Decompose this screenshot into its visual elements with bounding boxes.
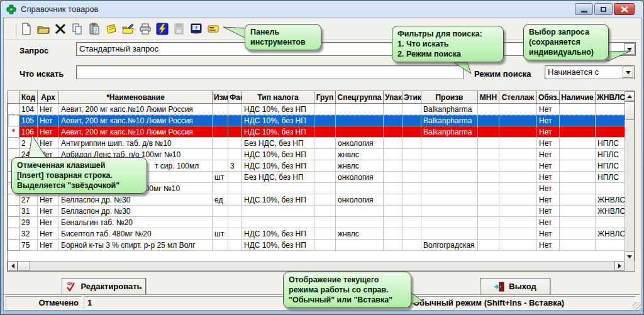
cell-zh[interactable]: ЖНВЛС [596,206,626,217]
table-row[interactable]: 105НетАевит, 200 мг капс.№10 Люми Россия… [8,115,626,126]
cell-izm[interactable] [213,149,228,160]
table-row[interactable]: 29НетБенальгин таб. №20Нет [8,217,626,228]
cell-nal[interactable] [560,138,596,149]
cell-etik[interactable] [402,194,421,206]
paste-icon[interactable] [87,22,101,36]
row-marker-cell[interactable]: * [8,126,19,138]
cell-fas[interactable] [228,240,242,251]
cell-fas[interactable] [228,126,242,138]
cell-name[interactable]: Бисептол таб. 480мг №20 [59,228,213,240]
cell-mnn[interactable] [478,194,499,206]
cell-pro[interactable] [421,149,478,160]
cell-ob[interactable]: Нет [537,126,560,138]
save-disabled-icon[interactable] [172,22,186,36]
cell-tax[interactable] [242,217,314,228]
cell-code[interactable]: 31 [19,206,38,217]
cell-name[interactable]: Аевит, 200 мг капс.№10 Люми Россия [59,104,213,115]
exit-button[interactable]: Выход [480,278,550,295]
cell-code[interactable]: 104 [19,104,38,115]
row-marker-cell[interactable] [8,138,19,149]
cell-zh[interactable] [596,104,626,115]
cell-fas[interactable] [228,194,242,206]
cell-ob[interactable]: Нет [537,138,560,149]
cell-zh[interactable]: ЖНВЛС [596,228,626,240]
resize-grip[interactable] [633,302,641,310]
cell-name[interactable]: Антигриппин шип. таб. д/в №10 [59,138,213,149]
cell-spec[interactable]: жнвлс [336,149,384,160]
cell-fas[interactable] [228,149,242,160]
cell-ob[interactable]: Нет [537,240,560,251]
cell-ob[interactable]: Нет [537,194,560,206]
cell-izm[interactable]: шт [213,172,228,183]
cell-tax[interactable]: НДС 10%, без НП [242,194,314,206]
cell-arch[interactable]: Нет [38,228,59,240]
cell-nal[interactable] [560,160,596,172]
cell-nal[interactable] [560,115,596,126]
cell-ob[interactable]: Нет [537,115,560,126]
cell-etik[interactable] [402,217,421,228]
cell-pro[interactable]: Волгоградская [421,240,478,251]
cell-zh[interactable] [596,115,626,126]
cell-stl[interactable] [499,194,537,206]
column-header-etik[interactable]: Этик [402,92,421,104]
column-header-arch[interactable]: Арх [38,92,59,104]
cell-grup[interactable] [314,206,336,217]
cell-grup[interactable] [314,240,336,251]
cell-pro[interactable] [421,194,478,206]
cell-upak[interactable] [384,138,402,149]
cell-stl[interactable] [499,183,537,194]
column-header-nal[interactable]: Наличие [560,92,596,104]
cell-stl[interactable] [499,138,537,149]
cell-spec[interactable]: онкология [336,138,384,149]
cell-mnn[interactable] [478,160,499,172]
cell-ob[interactable]: Нет [537,160,560,172]
cell-name[interactable]: Бенальгин таб. №20 [59,217,213,228]
cell-mnn[interactable] [478,217,499,228]
cell-stl[interactable] [499,206,537,217]
cell-ob[interactable]: Нет [537,228,560,240]
cell-ob[interactable]: Нет [537,104,560,115]
cell-stl[interactable] [499,172,537,183]
cell-code[interactable]: 32 [19,228,38,240]
cell-upak[interactable] [384,126,402,138]
cell-pro[interactable] [421,138,478,149]
column-header-ob[interactable]: Обяз. [537,92,560,104]
cell-fas[interactable] [228,104,242,115]
cell-tax[interactable] [242,183,314,194]
cell-tax[interactable]: НДС 10%, без НП [242,240,314,251]
table-row[interactable]: *106НетАевит, 200 мг капс.№10 Люми Росси… [8,126,626,138]
cell-pro[interactable]: Balkanpharma [421,126,478,138]
column-header-stl[interactable]: Стеллаж [499,92,537,104]
row-marker-cell[interactable] [8,194,19,206]
cell-grup[interactable] [314,194,336,206]
cell-fas[interactable] [228,228,242,240]
cell-mnn[interactable] [478,206,499,217]
cell-mnn[interactable] [478,172,499,183]
table-row[interactable]: 32НетБисептол таб. 480мг №20штНДС 10%, б… [8,228,626,240]
cell-etik[interactable] [402,104,421,115]
cell-upak[interactable] [384,206,402,217]
cell-izm[interactable] [213,104,228,115]
cell-nal[interactable] [560,149,596,160]
cell-name[interactable]: Белласпон др. №30 [59,206,213,217]
cell-arch[interactable]: Нет [38,206,59,217]
cell-izm[interactable]: шт [213,228,228,240]
cell-nal[interactable] [560,194,596,206]
cell-fas[interactable] [228,172,242,183]
column-header-code[interactable]: Код [19,92,38,104]
column-header-grup[interactable]: Груп [314,92,336,104]
horizontal-scrollbar[interactable] [8,261,625,271]
cell-grup[interactable] [314,104,336,115]
cell-izm[interactable] [213,183,228,194]
scroll-right-button[interactable] [614,261,625,271]
cell-pro[interactable]: Balkanpharma [421,104,478,115]
cell-stl[interactable] [499,228,537,240]
cell-spec[interactable]: онкология [336,194,384,206]
cell-upak[interactable] [384,115,402,126]
table-row[interactable]: 31НетБелласпон др. №30НетЖНВЛС [8,206,626,217]
cell-etik[interactable] [402,206,421,217]
cell-tax[interactable]: НДС 10%, без НП [242,160,314,172]
cell-stl[interactable] [499,149,537,160]
table-row[interactable]: 2НетАнтигриппин шип. таб. д/в №10Без НДС… [8,138,626,149]
column-header-izm[interactable]: Изм. [213,92,228,104]
